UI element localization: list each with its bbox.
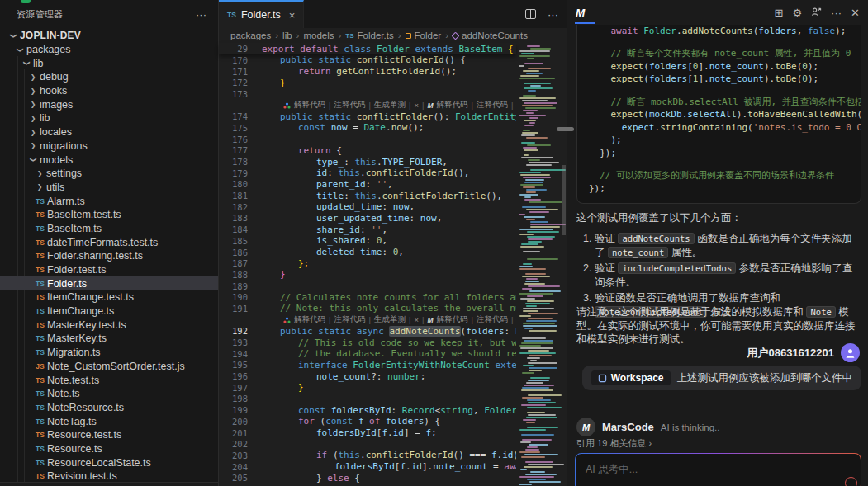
code-line[interactable]: 174public static conflictFolder(): Folde… [219, 111, 567, 122]
code-line[interactable]: 185is_shared: 0, [219, 235, 567, 247]
tree-item-lib[interactable]: ❯lib [0, 56, 218, 70]
code-line[interactable]: 186deleted_time: 0, [219, 247, 567, 258]
code-line[interactable]: 29export default class Folder extends Ba… [219, 43, 514, 54]
tree-item-note-ts[interactable]: TSNote.ts [0, 387, 218, 401]
split-editor-icon[interactable] [525, 9, 536, 19]
tree-root-joplin-dev[interactable]: ❯JOPLIN-DEV [0, 29, 218, 43]
panel-resize-handle[interactable] [557, 127, 574, 131]
code-line[interactable]: 177return { [219, 145, 567, 157]
code-line[interactable]: 201foldersById[f.id] = f; [219, 427, 567, 439]
tree-item-lib[interactable]: ❯lib [0, 111, 218, 125]
codelens-line[interactable]: 解释代码|注释代码|生成单测|×|M解释代码|注释代码|生成单测|× [219, 314, 567, 326]
tree-item-note-customsortorder-test-js[interactable]: JSNote_CustomSortOrder.test.js [0, 360, 218, 374]
chevron-down-icon[interactable]: ❯ [17, 43, 24, 56]
codelens-action[interactable]: 注释代码 [334, 314, 365, 325]
code-line[interactable]: 205} else { [219, 472, 567, 484]
tree-item-migration-ts[interactable]: TSMigration.ts [0, 346, 218, 360]
chevron-right-icon[interactable]: ❯ [26, 87, 40, 95]
chevron-down-icon[interactable]: ❯ [23, 57, 31, 70]
outline-section-collapsed[interactable] [0, 482, 218, 486]
tree-item-folder-test-ts[interactable]: TSFolder.test.ts [0, 263, 218, 277]
chevron-right-icon[interactable]: ❯ [33, 183, 46, 191]
tree-item-resource-test-ts[interactable]: TSResource.test.ts [0, 428, 218, 442]
tree-item-note-test-ts[interactable]: TSNote.test.ts [0, 373, 218, 387]
chevron-right-icon[interactable]: ❯ [26, 142, 40, 149]
code-line[interactable]: 172} [219, 77, 567, 88]
tree-item-itemchange-ts[interactable]: TSItemChange.ts [0, 304, 218, 318]
tree-item-settings[interactable]: ❯settings [0, 167, 218, 181]
codelens-action[interactable]: 注释代码 [477, 100, 508, 111]
code-line[interactable]: 178type_: this.TYPE_FOLDER, [219, 156, 567, 168]
codelens-action[interactable]: 生成单测 [374, 100, 406, 111]
code-viewport[interactable]: 170public static conflictFolderId() {171… [219, 54, 567, 486]
codelens-action[interactable]: 注释代码 [334, 100, 365, 111]
code-line[interactable]: 180parent_id: '', [219, 179, 567, 191]
chevron-down-icon[interactable]: ❯ [30, 153, 37, 167]
tree-item-alarm-ts[interactable]: TSAlarm.ts [0, 194, 218, 208]
tree-item-debug[interactable]: ❯debug [0, 70, 218, 84]
codelens-action[interactable]: 解释代码 [294, 314, 325, 325]
tree-item-baseitem-test-ts[interactable]: TSBaseItem.test.ts [0, 208, 218, 222]
codelens-dismiss[interactable]: × [414, 101, 419, 110]
code-line[interactable]: 191// Note: this only calculates the ove… [219, 303, 567, 314]
sticky-scroll-line[interactable]: 29export default class Folder extends Ba… [219, 43, 516, 54]
code-line[interactable]: 189 [219, 281, 567, 292]
code-line[interactable]: 195interface FolderEntityWithNoteCount e… [219, 360, 567, 371]
tree-item-baseitem-ts[interactable]: TSBaseItem.ts [0, 222, 218, 236]
tab-folder-ts[interactable]: TS Folder.ts × [219, 0, 304, 28]
tree-item-folder-ts[interactable]: TSFolder.ts [0, 276, 218, 290]
breadcrumb-item-folder-ts[interactable]: TSFolder.ts [345, 31, 393, 40]
tree-item-packages[interactable]: ❯packages [0, 43, 218, 57]
code-line[interactable]: 175const now = Date.now(); [219, 122, 567, 134]
code-line[interactable]: 192public static async addNoteCounts(fol… [219, 326, 567, 337]
tree-item-revision-test-ts[interactable]: TSRevision.test.ts [0, 469, 218, 482]
breadcrumb-item-packages[interactable]: packages [230, 31, 271, 40]
codelens-action[interactable]: 解释代码 [294, 100, 325, 111]
explorer-more-icon[interactable]: ··· [196, 8, 206, 21]
codelens-action[interactable]: 解释代码 [437, 100, 468, 111]
tree-item-resourcelocalstate-ts[interactable]: TSResourceLocalState.ts [0, 455, 218, 469]
code-line[interactable]: 183user_updated_time: now, [219, 213, 567, 224]
tab-close-icon[interactable]: × [289, 9, 296, 21]
code-line[interactable]: 199const foldersById: Record<string, Fol… [219, 404, 567, 416]
code-line[interactable]: 203if (this.conflictFolderId() === f.id)… [219, 450, 567, 461]
marscode-logo-icon[interactable]: M [576, 7, 584, 19]
panel-more-icon[interactable]: ··· [831, 7, 842, 18]
code-line[interactable]: 171return getConflictFolderId(); [219, 66, 567, 78]
chevron-right-icon[interactable]: ❯ [26, 73, 40, 81]
code-line[interactable]: 197} [219, 382, 567, 394]
panel-close-icon[interactable]: ✕ [851, 7, 860, 18]
tree-item-migrations[interactable]: ❯migrations [0, 139, 218, 153]
tree-item-hooks[interactable]: ❯hooks [0, 84, 218, 98]
code-line[interactable]: 187}; [219, 257, 567, 269]
codelens-dismiss[interactable]: × [414, 315, 419, 324]
breadcrumb-item-folder[interactable]: Folder [406, 31, 442, 40]
minimap[interactable] [516, 41, 567, 486]
editor-scrollbar-thumb[interactable] [562, 165, 566, 235]
code-line[interactable]: 176 [219, 134, 567, 145]
codelens-action[interactable]: 生成单测 [374, 314, 406, 325]
new-chat-icon[interactable]: ⊞ [775, 7, 784, 18]
code-line[interactable]: 173 [219, 88, 567, 100]
chevron-down-icon[interactable]: ❯ [10, 29, 17, 42]
codelens-action[interactable]: 注释代码 [477, 314, 508, 325]
chevron-right-icon[interactable]: ❯ [26, 115, 40, 122]
code-line[interactable]: 190// Calculates note counts for all fol… [219, 291, 567, 303]
share-profile-icon[interactable] [811, 7, 822, 18]
code-line[interactable]: 170public static conflictFolderId() { [219, 54, 567, 66]
code-line[interactable]: 182updated_time: now, [219, 201, 567, 213]
codelens-line[interactable]: 解释代码|注释代码|生成单测|×|M解释代码|注释代码|生成单测|× [219, 100, 567, 111]
chevron-right-icon[interactable]: ❯ [26, 129, 40, 136]
tree-item-utils[interactable]: ❯utils [0, 181, 218, 195]
code-line[interactable]: 179id: this.conflictFolderId(), [219, 168, 567, 179]
tree-item-folder-sharing-test-ts[interactable]: TSFolder.sharing.test.ts [0, 249, 218, 263]
tree-item-datetimeformats-test-ts[interactable]: TSdateTimeFormats.test.ts [0, 235, 218, 249]
codelens-action[interactable]: 解释代码 [437, 314, 468, 325]
stop-generation-button[interactable] [845, 477, 857, 486]
chat-input[interactable]: AI 思考中... [575, 453, 861, 486]
breadcrumb-item-addnotecounts[interactable]: addNoteCounts [453, 31, 528, 40]
tree-item-masterkey-test-ts[interactable]: TSMasterKey.test.ts [0, 318, 218, 332]
code-line[interactable]: 204foldersById[f.id].note_count = await … [219, 461, 567, 473]
code-line[interactable]: 202 [219, 438, 567, 450]
tree-item-itemchange-test-ts[interactable]: TSItemChange.test.ts [0, 290, 218, 304]
